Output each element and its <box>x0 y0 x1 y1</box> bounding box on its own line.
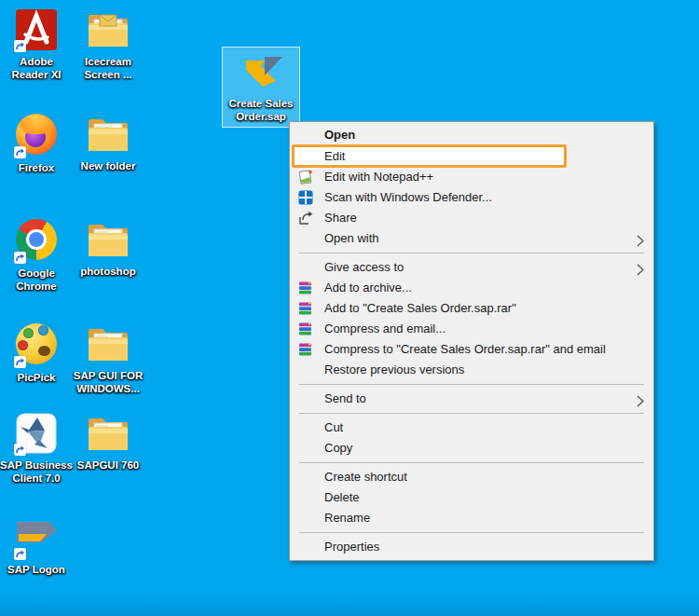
menu-item-label: Rename <box>324 511 370 525</box>
menu-item-create-shortcut[interactable]: Create shortcut <box>290 467 653 487</box>
adobe-reader-icon <box>14 7 59 52</box>
windows-defender-icon <box>297 189 314 206</box>
folder-icon <box>86 112 130 157</box>
menu-item-label: Restore previous versions <box>324 363 464 376</box>
menu-item-label: Send to <box>324 391 366 405</box>
menu-item-open[interactable]: Open <box>290 125 653 145</box>
menu-separator <box>299 462 644 463</box>
desktop-icon-picpick[interactable]: PicPick <box>0 322 73 384</box>
desktop: Adobe Reader XI Icecream Screen ... Fire… <box>0 0 699 616</box>
menu-item-label: Scan with Windows Defender... <box>324 190 492 204</box>
menu-item-label: Delete <box>324 490 360 504</box>
menu-item-label: Compress to "Create Sales Order.sap.rar"… <box>324 342 606 356</box>
menu-item-label: Edit with Notepad++ <box>324 170 433 184</box>
desktop-icon-google-chrome[interactable]: Google Chrome <box>0 217 73 293</box>
chevron-right-icon <box>637 393 644 405</box>
desktop-icon-adobe-reader[interactable]: Adobe Reader XI <box>0 7 73 81</box>
menu-item-label: Properties <box>324 540 379 554</box>
desktop-icon-sapgui-760[interactable]: SAPGUI 760 <box>72 411 144 472</box>
menu-item-copy[interactable]: Copy <box>290 438 653 459</box>
desktop-icon-label: photoshop <box>72 265 144 278</box>
menu-item-edit[interactable]: Edit <box>292 144 567 168</box>
winrar-icon <box>297 280 314 296</box>
chevron-right-icon <box>637 233 644 245</box>
shortcut-arrow-icon <box>14 356 26 368</box>
menu-item-label: Give access to <box>324 260 404 274</box>
sap-logon-icon <box>14 515 59 560</box>
menu-item-cut[interactable]: Cut <box>290 418 653 438</box>
menu-item-delete[interactable]: Delete <box>290 487 653 508</box>
shortcut-arrow-icon <box>14 548 26 560</box>
context-menu: Open Edit Edit with Notepad++ Scan with … <box>289 121 654 561</box>
menu-item-add-to-archive[interactable]: Add to archive... <box>290 278 653 298</box>
desktop-icon-sap-gui-for-windows[interactable]: SAP GUI FOR WINDOWS... <box>72 322 144 395</box>
desktop-icon-firefox[interactable]: Firefox <box>0 112 73 174</box>
menu-item-label: Add to archive... <box>324 281 412 294</box>
menu-item-compress-and-email[interactable]: Compress and email... <box>290 319 653 339</box>
desktop-icon-label: SAPGUI 760 <box>72 459 144 472</box>
menu-item-share[interactable]: Share <box>290 208 653 228</box>
menu-item-label: Create shortcut <box>324 470 407 484</box>
desktop-icon-create-sales-order[interactable]: Create Sales Order.sap <box>222 47 300 128</box>
desktop-icon-label: SAP Logon <box>0 563 73 576</box>
winrar-icon <box>297 321 314 337</box>
menu-item-send-to[interactable]: Send to <box>290 389 653 409</box>
menu-item-edit-with-notepadpp[interactable]: Edit with Notepad++ <box>290 167 653 187</box>
shortcut-arrow-icon <box>14 146 26 158</box>
desktop-icon-label: PicPick <box>0 371 73 384</box>
firefox-icon <box>14 114 59 158</box>
share-icon <box>297 210 314 226</box>
menu-item-properties[interactable]: Properties <box>290 537 653 557</box>
menu-item-compress-to-named-rar-and-email[interactable]: Compress to "Create Sales Order.sap.rar"… <box>290 339 653 360</box>
menu-separator <box>299 253 644 253</box>
desktop-icon-label: Create Sales Order.sap <box>223 97 299 123</box>
folder-icon <box>86 411 130 456</box>
menu-item-scan-with-windows-defender[interactable]: Scan with Windows Defender... <box>290 187 653 208</box>
desktop-icon-photoshop[interactable]: photoshop <box>72 217 144 278</box>
menu-item-label: Cut <box>324 420 343 434</box>
desktop-icon-label: Google Chrome <box>0 267 73 293</box>
folder-icon <box>86 217 130 262</box>
desktop-icon-icecream-screen[interactable]: Icecream Screen ... <box>72 7 144 81</box>
desktop-icon-label: Adobe Reader XI <box>0 55 73 81</box>
desktop-icon-sap-business-client[interactable]: SAP Business Client 7.0 <box>0 411 73 485</box>
menu-item-open-with[interactable]: Open with <box>290 228 653 249</box>
menu-item-label: Edit <box>324 149 345 163</box>
shortcut-arrow-icon <box>14 40 26 52</box>
chrome-icon <box>14 219 59 264</box>
desktop-icon-sap-logon[interactable]: SAP Logon <box>0 515 73 576</box>
desktop-icon-label: New folder <box>72 159 144 172</box>
menu-item-label: Open <box>324 128 355 142</box>
desktop-icon-new-folder[interactable]: New folder <box>72 112 144 172</box>
winrar-icon <box>297 341 314 358</box>
picpick-palette-icon <box>14 323 59 368</box>
menu-separator <box>299 384 644 385</box>
desktop-icon-label: SAP GUI FOR WINDOWS... <box>72 369 144 395</box>
desktop-icon-label: Icecream Screen ... <box>72 55 144 81</box>
winrar-icon <box>297 300 314 317</box>
shortcut-arrow-icon <box>14 252 26 264</box>
hummingbird-icon <box>14 411 59 456</box>
sap-shortcut-file-icon <box>239 49 283 94</box>
menu-item-add-to-named-rar[interactable]: Add to "Create Sales Order.sap.rar" <box>290 298 653 319</box>
menu-separator <box>299 413 644 414</box>
desktop-icon-label: Firefox <box>0 161 73 174</box>
menu-item-label: Add to "Create Sales Order.sap.rar" <box>324 301 516 315</box>
menu-item-rename[interactable]: Rename <box>290 508 653 528</box>
menu-item-restore-previous-versions[interactable]: Restore previous versions <box>290 360 653 380</box>
menu-separator <box>299 532 644 533</box>
shortcut-arrow-icon <box>14 444 26 456</box>
folder-icon <box>86 322 130 366</box>
folder-envelope-icon <box>86 7 130 52</box>
chevron-right-icon <box>637 262 644 274</box>
menu-item-label: Open with <box>324 231 379 245</box>
menu-item-label: Copy <box>324 441 352 455</box>
menu-item-label: Compress and email... <box>324 322 445 335</box>
notepadpp-icon <box>297 169 314 185</box>
desktop-icon-label: SAP Business Client 7.0 <box>0 459 73 485</box>
menu-item-give-access-to[interactable]: Give access to <box>290 257 653 278</box>
menu-item-label: Share <box>324 211 357 225</box>
